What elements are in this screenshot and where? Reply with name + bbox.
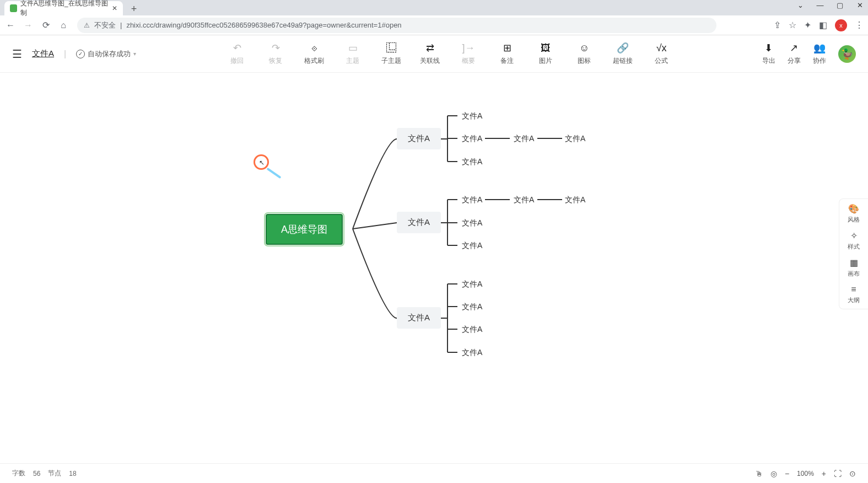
summary-button[interactable]: ]→概要 [457,42,480,66]
undo-button[interactable]: ↶撤回 [225,42,249,66]
url-text: zhixi.ccc/drawing/d90f35ffcec05268659963… [126,21,401,29]
menu-icon[interactable]: ⋮ [855,20,864,30]
leaf-node[interactable]: 文件A [462,194,482,206]
window-minimize-icon[interactable]: — [815,1,825,9]
collab-button[interactable]: 👥协作 [813,42,826,66]
header-right-actions: ⬇导出 ↗分享 👥协作 🦆 [762,42,856,66]
favicon-icon [10,4,17,12]
divider: | [64,49,66,59]
users-icon: 👥 [813,42,826,54]
zoom-out-button[interactable]: − [785,469,789,478]
branch-node[interactable]: 文件A [397,128,441,149]
status-bar: 字数 56 节点 18 🖱 ◎ − 100% + ⛶ ⊙ [0,463,868,483]
home-button[interactable]: ⌂ [57,19,69,31]
link-icon: 🔗 [617,42,629,54]
insecure-icon: ⚠ [84,22,90,29]
url-divider: | [120,21,122,29]
save-status[interactable]: ✓ 自动保存成功 ▾ [76,49,136,59]
sidepanel-icon[interactable]: ◧ [819,20,827,30]
leaf-node[interactable]: 文件A [462,110,482,122]
style-button[interactable]: ✧样式 [843,230,865,251]
word-count-value: 56 [33,470,40,477]
style-theme-button[interactable]: 🎨风格 [843,203,865,224]
more-icon[interactable]: ⊙ [849,469,856,478]
relation-icon: ⇄ [426,42,434,54]
formula-icon: √x [656,42,667,54]
tab-close-icon[interactable]: ✕ [112,4,117,12]
palette-icon: 🎨 [848,203,859,214]
leaf-node[interactable]: 文件A [565,133,585,145]
branch-node[interactable]: 文件A [397,307,441,329]
leaf-node[interactable]: 文件A [462,278,482,291]
check-icon: ✓ [76,50,85,58]
topic-button[interactable]: ▭主题 [341,42,364,66]
window-maximize-icon[interactable]: ▢ [835,1,845,9]
profile-avatar[interactable]: x [835,19,847,31]
reload-button[interactable]: ⟳ [40,19,52,31]
app-header: ☰ 文件A | ✓ 自动保存成功 ▾ ↶撤回 ↷恢复 ⟐格式刷 ▭主题 ⿺子主题… [0,35,868,73]
image-button[interactable]: 🖼图片 [534,42,557,66]
leaf-node[interactable]: 文件A [462,347,482,359]
leaf-node[interactable]: 文件A [565,194,585,206]
list-icon: ≡ [851,285,856,294]
leaf-node[interactable]: 文件A [462,324,482,336]
leaf-node[interactable]: 文件A [462,156,482,168]
mouse-icon[interactable]: 🖱 [755,469,763,478]
new-tab-button[interactable]: + [127,2,141,15]
node-count-label: 节点 [48,469,61,478]
relation-button[interactable]: ⇄关联线 [418,42,441,66]
chevron-down-icon: ▾ [133,51,136,57]
menu-hamburger-icon[interactable]: ☰ [12,47,22,61]
link-button[interactable]: 🔗超链接 [611,42,634,66]
right-sidebar: 🎨风格 ✧样式 ▦画布 ≡大纲 [839,198,868,309]
address-bar[interactable]: ⚠ 不安全 | zhixi.ccc/drawing/d90f35ffcec052… [77,18,716,33]
formula-button[interactable]: √x公式 [650,42,673,66]
target-icon[interactable]: ◎ [770,469,777,478]
node-count-value: 18 [69,470,76,477]
mindmap-canvas[interactable]: ↖ A思维导图 文件A 文件A 文件A 文件A 文件A 文件A 文件A 文件A … [0,73,868,448]
outline-button[interactable]: ≡大纲 [843,285,865,304]
canvas-button[interactable]: ▦画布 [843,257,865,278]
zoom-in-button[interactable]: + [822,469,826,478]
extensions-icon[interactable]: ✦ [804,20,811,30]
root-node[interactable]: A思维导图 [266,214,343,245]
share-page-icon[interactable]: ⇪ [774,20,781,30]
back-button[interactable]: ← [4,19,17,31]
window-dropdown-icon[interactable]: ⌄ [795,1,805,9]
leaf-node[interactable]: 文件A [514,133,534,145]
star-icon[interactable]: ☆ [789,20,796,30]
window-close-icon[interactable]: ✕ [855,1,865,9]
save-status-label: 自动保存成功 [88,49,131,59]
share-button[interactable]: ↗分享 [788,42,801,66]
undo-icon: ↶ [233,42,241,54]
image-icon: 🖼 [541,42,551,54]
browser-tab[interactable]: 文件A思维导图_在线思维导图制 ✕ [4,1,123,15]
leaf-node[interactable]: 文件A [462,217,482,229]
leaf-node[interactable]: 文件A [462,301,482,313]
zoom-level: 100% [797,470,814,477]
format-painter-button[interactable]: ⟐格式刷 [303,42,326,66]
fit-screen-icon[interactable]: ⛶ [834,469,842,478]
word-count-label: 字数 [12,469,25,478]
emoji-icon: ☺ [579,42,589,54]
export-button[interactable]: ⬇导出 [762,42,775,66]
forward-button[interactable]: → [22,19,34,31]
subtopic-icon: ⿺ [386,42,396,54]
leaf-node[interactable]: 文件A [462,133,482,145]
branch-node[interactable]: 文件A [397,212,441,233]
tab-title: 文件A思维导图_在线思维导图制 [20,0,109,18]
layout-icon: ▦ [850,257,858,268]
sparkle-icon: ✧ [850,230,858,241]
main-toolbar: ↶撤回 ↷恢复 ⟐格式刷 ▭主题 ⿺子主题 ⇄关联线 ]→概要 ⊞备注 🖼图片 … [225,42,673,66]
insecure-label: 不安全 [94,20,116,30]
subtopic-button[interactable]: ⿺子主题 [380,42,403,66]
note-button[interactable]: ⊞备注 [495,42,519,66]
redo-button[interactable]: ↷恢复 [264,42,287,66]
leaf-node[interactable]: 文件A [462,240,482,252]
leaf-node[interactable]: 文件A [514,194,534,206]
icon-button[interactable]: ☺图标 [573,42,596,66]
cursor-icon: ↖ [259,159,265,167]
user-avatar[interactable]: 🦆 [838,45,856,63]
redo-icon: ↷ [272,42,280,54]
document-title[interactable]: 文件A [32,49,54,59]
